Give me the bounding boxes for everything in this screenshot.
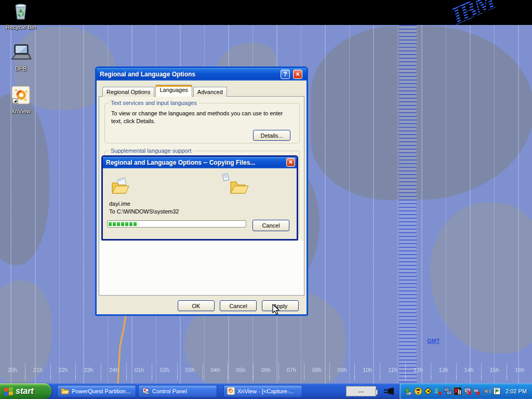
cancel-copy-button[interactable]: Cancel [252, 220, 289, 231]
tab-regional-options[interactable]: Regional Options [102, 87, 154, 97]
timezone-cell: 03h [177, 363, 203, 377]
windows-flag-icon [4, 387, 13, 396]
timezone-label: 06h [261, 367, 271, 373]
timezone-label: 04h [210, 367, 220, 373]
task-label: XnView - [<Capture-... [237, 388, 294, 394]
battery-meter[interactable]: --- [346, 386, 376, 396]
group-description: To view or change the languages and meth… [111, 110, 294, 125]
timezone-label: 02h [160, 367, 169, 373]
help-button[interactable]: ? [281, 70, 290, 79]
close-icon[interactable]: × [293, 70, 302, 79]
timezone-label: 13h [439, 367, 448, 373]
taskbar-clock[interactable]: 2:02 PM [506, 388, 532, 394]
apply-button[interactable]: Apply [262, 300, 299, 311]
timezone-label: 24h [109, 367, 118, 373]
wireless-error-icon[interactable] [473, 387, 482, 396]
map-landmass [0, 94, 49, 265]
desktop-icon-dpb[interactable]: DPB [1, 44, 41, 72]
battery-text: --- [358, 388, 364, 394]
timezone-cell: 14h [456, 363, 482, 377]
laptop-icon [9, 44, 32, 64]
timezone-cell: 24h [101, 363, 126, 377]
timezone-label: 03h [185, 367, 194, 373]
text-services-group: Text services and input languages To vie… [104, 103, 300, 143]
desktop-icon-label: Recycle Bin [1, 24, 41, 30]
partition-magic-icon[interactable] [423, 387, 432, 396]
desktop-icon-xnview[interactable]: XnView [1, 85, 41, 114]
timezone-cell: 06h [253, 363, 278, 377]
close-icon[interactable]: × [286, 158, 295, 167]
task-label: PowerQuest Partition... [72, 388, 130, 394]
copy-destination: To C:\WINDOWS\system32 [109, 208, 179, 215]
ok-button[interactable]: OK [178, 300, 215, 311]
copying-file-icon [218, 172, 248, 198]
timezone-cell: 21h [25, 363, 50, 377]
timezone-label: 11h [388, 367, 397, 373]
system-tray: 2:02 PM [399, 383, 532, 399]
xnview-task-icon [227, 387, 235, 396]
recycle-bin-icon [11, 2, 30, 23]
start-label: start [16, 387, 34, 396]
timezone-label: 09h [337, 367, 347, 373]
timezone-cell: 23h [75, 363, 101, 377]
progress-segment [117, 222, 120, 226]
timezone-label: 01h [135, 367, 144, 373]
timezone-cell: 10h [354, 363, 380, 377]
ac-power-plug-icon[interactable] [383, 387, 395, 398]
timezone-cell: 02h [152, 363, 177, 377]
tab-advanced[interactable]: Advanced [193, 87, 227, 97]
progress-segment [125, 222, 128, 226]
top-brand-bar: IBM [0, 0, 532, 25]
taskbar-item-powerquest[interactable]: PowerQuest Partition... [57, 385, 136, 397]
tab-languages[interactable]: Languages [155, 85, 192, 97]
timezone-label: 07h [287, 367, 296, 373]
map-landmass [311, 26, 532, 200]
start-button[interactable]: start [0, 383, 51, 399]
xnview-icon [11, 85, 31, 107]
dialog-tabs: Regional Options Languages Advanced [102, 85, 228, 97]
desktop-icon-label: DPB [1, 65, 41, 72]
desktop-icon-recycle-bin[interactable]: Recycle Bin [1, 2, 41, 30]
timezone-label: 14h [464, 367, 473, 373]
desktop-icon-label: XnView [1, 108, 41, 114]
timezone-cell: 07h [278, 363, 304, 377]
taskbar-item-control-panel[interactable]: Control Panel [138, 385, 217, 397]
safely-remove-hardware-icon[interactable] [404, 387, 413, 396]
details-button[interactable]: Details... [253, 130, 290, 141]
progress-segment [121, 222, 124, 226]
taskbar: start PowerQuest Partition... Contro [0, 383, 532, 399]
phone-dialer-icon[interactable] [414, 387, 422, 396]
timezone-ruler: 20h 21h 22h 23h 24h 01h 02h 03h 04h 05h … [0, 363, 532, 377]
dialog-title-bar[interactable]: Regional and Language Options [97, 68, 307, 81]
timezone-cell: 01h [126, 363, 152, 377]
monitor-error-icon[interactable] [463, 387, 472, 396]
messenger-offline-icon[interactable] [433, 387, 442, 396]
desktop: GMT 20h 21h 22h 23h 24h 01h 02h 03h 04h … [0, 0, 532, 399]
dialog-title-bar[interactable]: Regional and Language Options -- Copying… [103, 157, 297, 168]
gmt-label: GMT [427, 338, 440, 344]
taskbar-item-xnview[interactable]: XnView - [<Capture-... [223, 385, 302, 397]
unpainted-dialog-region [99, 241, 304, 296]
display-language-icon[interactable] [493, 387, 501, 396]
timezone-cell: 12h [405, 363, 431, 377]
stats-error-icon[interactable] [453, 387, 462, 396]
group-title: Supplemental language support [109, 148, 193, 154]
timezone-cell: 15h [481, 363, 507, 377]
copy-progress-bar [107, 220, 246, 228]
timezone-cell: 16h [507, 363, 532, 377]
timezone-label: 05h [236, 367, 245, 373]
timezone-label: 22h [58, 367, 68, 373]
timezone-cell: 04h [203, 363, 228, 377]
cancel-button[interactable]: Cancel [220, 300, 257, 311]
timezone-label: 08h [312, 367, 321, 373]
timezone-label: 10h [363, 367, 372, 373]
control-panel-icon [142, 387, 150, 396]
network-computers-icon[interactable] [443, 387, 452, 396]
open-folder-icon [110, 176, 131, 198]
timezone-label: 16h [515, 367, 524, 373]
timezone-cell: 05h [228, 363, 253, 377]
dialog-title: Regional and Language Options [100, 71, 195, 78]
volume-icon[interactable] [483, 387, 491, 396]
task-label: Control Panel [152, 388, 187, 394]
timezone-cell: 13h [431, 363, 456, 377]
